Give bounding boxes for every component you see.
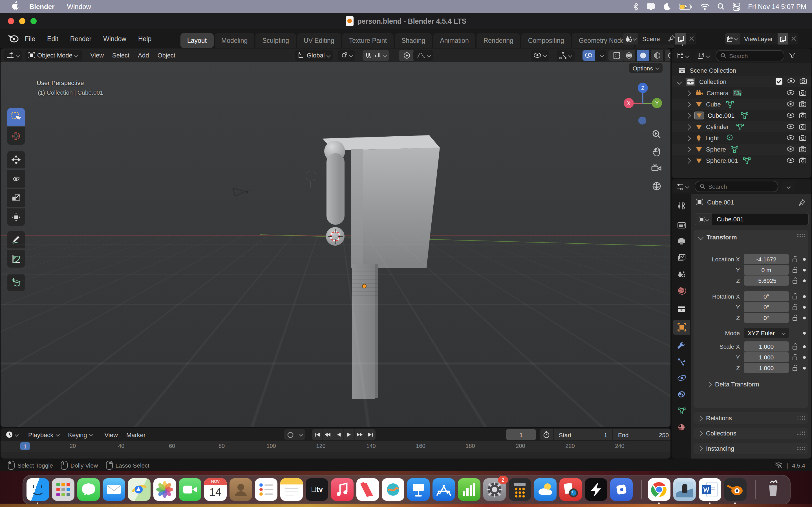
outliner-row-cube-001[interactable]: Cube.001 (672, 110, 811, 121)
properties-search-input[interactable]: Search (695, 181, 778, 192)
mode-selector[interactable]: Object Mode (26, 50, 82, 61)
options-button[interactable]: Options (629, 63, 663, 73)
ortho-toggle-icon[interactable] (652, 181, 661, 193)
mesh-data-icon[interactable] (730, 146, 739, 153)
dock-app-maps[interactable] (128, 478, 151, 501)
xray-toggle-button[interactable] (608, 50, 624, 61)
dock-app-messages[interactable] (77, 478, 100, 501)
transform-orientation-dropdown[interactable]: Global (295, 50, 333, 61)
dock-app-news[interactable] (356, 478, 379, 501)
outliner-row-sphere[interactable]: Sphere (672, 144, 811, 155)
tab-render[interactable] (673, 217, 690, 232)
object-name-field[interactable]: Cube.001 (695, 213, 809, 225)
viewport-menu-select[interactable]: Select (112, 52, 130, 59)
view-layer-name[interactable]: ViewLayer (740, 35, 777, 42)
dock-app-contacts[interactable] (230, 478, 252, 501)
lock-icon[interactable] (792, 254, 799, 264)
display-icon[interactable] (646, 3, 655, 10)
tab-object-data[interactable] (673, 403, 690, 418)
remove-view-layer-button[interactable] (789, 33, 799, 45)
animate-dot[interactable] (803, 295, 806, 298)
menu-edit[interactable]: Edit (47, 35, 58, 42)
tab-tool[interactable] (673, 198, 690, 213)
dock-app-photobooth[interactable] (559, 478, 582, 501)
dock-app-appstore[interactable] (433, 478, 455, 501)
outliner-row-light[interactable]: Light (672, 132, 811, 144)
apple-menu-icon[interactable] (12, 1, 19, 12)
animate-dot[interactable] (803, 332, 806, 335)
collection-render-camera-icon[interactable] (800, 77, 807, 86)
tool-annotate[interactable] (7, 231, 25, 248)
tool-measure[interactable] (7, 250, 25, 268)
show-overlays-button[interactable] (582, 50, 595, 61)
menubar-app-name[interactable]: Blender (29, 3, 54, 10)
camera-data-icon[interactable] (732, 89, 742, 97)
rotation-y-field[interactable]: 0° (744, 302, 789, 312)
camera-view-icon[interactable] (651, 165, 661, 175)
viewport-menu-object[interactable]: Object (157, 52, 175, 59)
lock-icon[interactable] (792, 291, 799, 301)
dock-app-roblox[interactable] (610, 478, 633, 501)
use-preview-range-icon[interactable] (540, 431, 553, 438)
tab-material[interactable] (673, 420, 690, 434)
object-origin-dot[interactable] (362, 284, 366, 288)
tool-move[interactable] (7, 151, 25, 168)
scene-name[interactable]: Scene (638, 35, 668, 42)
tab-layout[interactable]: Layout (181, 33, 213, 48)
dock-app-facetime[interactable] (179, 478, 201, 501)
scale-y-field[interactable]: 1.000 (744, 352, 789, 362)
dock-app-mail[interactable] (103, 478, 125, 501)
current-frame-field[interactable]: 1 (506, 429, 536, 440)
shading-wireframe-button[interactable] (623, 50, 635, 61)
dock-app-fitness[interactable] (382, 478, 404, 501)
editor-type-button[interactable] (4, 50, 22, 61)
lock-icon[interactable] (792, 313, 799, 323)
tab-output[interactable] (673, 234, 690, 248)
tab-modeling[interactable]: Modeling (214, 33, 254, 48)
section-motion-paths[interactable]: Motion Paths (694, 458, 808, 459)
lock-icon[interactable] (792, 265, 799, 275)
previous-keyframe-button[interactable] (322, 429, 333, 440)
location-z-field[interactable]: -5.6925 (744, 276, 789, 286)
sphere-hide-eye-icon[interactable] (786, 146, 795, 153)
tool-add-cube[interactable] (7, 274, 25, 291)
animate-dot[interactable] (803, 279, 806, 282)
menu-render[interactable]: Render (70, 35, 91, 42)
tab-modifiers[interactable] (673, 338, 690, 353)
dock-trash[interactable] (762, 478, 784, 501)
end-frame-field[interactable]: End250 (613, 431, 670, 438)
dock-app-calendar[interactable]: NOV 14 (204, 478, 227, 501)
cube-render-icon[interactable] (799, 101, 806, 108)
tool-cursor[interactable] (7, 127, 25, 145)
menu-file[interactable]: File (25, 35, 35, 42)
timeline-menu-marker[interactable]: Marker (126, 431, 146, 438)
start-frame-field[interactable]: Start1 (554, 431, 612, 438)
collection-checkbox[interactable] (775, 77, 783, 86)
animate-dot[interactable] (803, 356, 806, 359)
light-data-icon[interactable] (726, 134, 733, 142)
animate-dot[interactable] (803, 345, 806, 348)
mesh-data-icon[interactable] (743, 157, 751, 164)
viewport-menu-view[interactable]: View (91, 52, 104, 59)
shading-rendered-button[interactable] (665, 50, 670, 61)
cube001-hide-eye-icon[interactable] (786, 112, 795, 119)
overlays-dropdown[interactable] (597, 54, 606, 57)
focus-moon-icon[interactable] (663, 3, 671, 10)
view-layer-icon[interactable] (725, 33, 740, 45)
properties-options-dropdown[interactable] (781, 181, 795, 192)
properties-editor-type-button[interactable] (674, 181, 691, 192)
sphere001-hide-eye-icon[interactable] (786, 157, 795, 164)
tab-sculpting[interactable]: Sculpting (255, 33, 296, 48)
shading-solid-button[interactable] (637, 50, 649, 61)
tab-animation[interactable]: Animation (433, 33, 475, 48)
tab-collection-props[interactable] (673, 302, 690, 317)
section-relations[interactable]: Relations (694, 412, 808, 424)
delta-transform-section[interactable]: Delta Transform (707, 381, 759, 388)
spotlight-search-icon[interactable] (717, 3, 724, 10)
model-arm-cylinder[interactable] (326, 153, 345, 225)
transform-panel-header[interactable]: Transform (694, 230, 808, 240)
tool-transform[interactable] (7, 209, 25, 226)
dock-app-finder[interactable] (27, 478, 49, 501)
dock-app-tv[interactable]: tv (306, 478, 328, 501)
collection-row[interactable]: Collection (672, 76, 811, 87)
